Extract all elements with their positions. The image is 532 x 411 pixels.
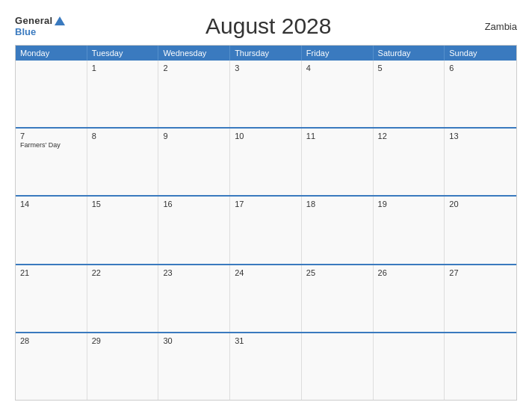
day-header-monday: Monday <box>16 46 87 61</box>
day-number: 2 <box>163 64 225 72</box>
logo-general-text: General <box>15 15 53 26</box>
day-number: 30 <box>163 336 225 345</box>
day-cell <box>302 333 374 400</box>
week-row-2: 7Farmers' Day8910111213 <box>16 127 516 195</box>
day-header-saturday: Saturday <box>374 46 445 61</box>
day-number: 3 <box>235 64 297 72</box>
day-number: 9 <box>163 132 225 140</box>
day-cell: 16 <box>158 197 230 263</box>
day-cell: 7Farmers' Day <box>16 129 87 195</box>
day-cell: 4 <box>302 61 374 127</box>
day-cell: 15 <box>87 197 159 263</box>
day-number: 23 <box>163 268 225 277</box>
day-cell: 12 <box>374 129 445 195</box>
day-number: 13 <box>449 132 512 140</box>
country-label: Zambia <box>472 21 517 32</box>
day-cell: 8 <box>87 129 159 195</box>
logo-blue-text: Blue <box>15 26 36 37</box>
day-number: 12 <box>378 132 440 140</box>
day-cell: 14 <box>16 197 87 263</box>
day-number: 29 <box>92 336 154 345</box>
logo: General Blue <box>15 15 65 37</box>
day-cell: 5 <box>374 61 445 127</box>
day-cell: 11 <box>302 129 374 195</box>
logo-triangle-icon <box>55 16 65 25</box>
day-number: 6 <box>449 64 512 72</box>
day-header-thursday: Thursday <box>230 46 302 61</box>
day-cell: 17 <box>230 197 302 263</box>
day-number: 17 <box>235 200 297 208</box>
day-number: 14 <box>20 200 82 208</box>
calendar-page: General Blue August 2028 Zambia MondayTu… <box>0 0 532 411</box>
day-cell <box>16 61 87 127</box>
day-header-sunday: Sunday <box>445 46 516 61</box>
day-cell <box>374 333 445 400</box>
day-number: 31 <box>235 336 297 345</box>
day-cell: 25 <box>302 265 374 332</box>
day-cell: 19 <box>374 197 445 263</box>
day-cell: 2 <box>158 61 230 127</box>
day-header-friday: Friday <box>302 46 374 61</box>
day-cell: 30 <box>158 333 230 400</box>
day-number: 28 <box>20 336 82 345</box>
day-number: 8 <box>92 132 154 140</box>
day-number: 24 <box>235 268 297 277</box>
day-number: 21 <box>20 268 82 277</box>
day-number: 19 <box>378 200 440 208</box>
day-cell: 20 <box>445 197 516 263</box>
week-row-3: 14151617181920 <box>16 195 516 263</box>
day-cell: 9 <box>158 129 230 195</box>
day-number: 4 <box>306 64 368 72</box>
day-number: 22 <box>92 268 154 277</box>
weeks-container: 1234567Farmers' Day891011121314151617181… <box>16 61 516 400</box>
day-number: 20 <box>449 200 512 208</box>
day-cell: 22 <box>87 265 159 332</box>
day-cell <box>445 333 516 400</box>
day-cell: 28 <box>16 333 87 400</box>
day-cell: 1 <box>87 61 159 127</box>
day-number: 5 <box>378 64 440 72</box>
day-cell: 21 <box>16 265 87 332</box>
day-cell: 23 <box>158 265 230 332</box>
day-cell: 3 <box>230 61 302 127</box>
day-number: 26 <box>378 268 440 277</box>
day-number: 25 <box>306 268 368 277</box>
day-cell: 13 <box>445 129 516 195</box>
day-number: 18 <box>306 200 368 208</box>
day-number: 27 <box>449 268 512 277</box>
calendar-title: August 2028 <box>65 13 472 39</box>
holiday-label: Farmers' Day <box>20 141 82 149</box>
calendar-grid: MondayTuesdayWednesdayThursdayFridaySatu… <box>15 45 517 401</box>
day-number: 10 <box>235 132 297 140</box>
week-row-5: 28293031 <box>16 332 516 400</box>
day-number: 16 <box>163 200 225 208</box>
day-cell: 29 <box>87 333 159 400</box>
day-number: 15 <box>92 200 154 208</box>
day-cell: 26 <box>374 265 445 332</box>
day-cell: 24 <box>230 265 302 332</box>
week-row-1: 123456 <box>16 61 516 127</box>
day-number: 1 <box>92 64 154 72</box>
week-row-4: 21222324252627 <box>16 264 516 332</box>
day-cell: 27 <box>445 265 516 332</box>
day-number: 7 <box>20 132 82 140</box>
day-number: 11 <box>306 132 368 140</box>
day-cell: 6 <box>445 61 516 127</box>
day-header-tuesday: Tuesday <box>87 46 159 61</box>
day-header-wednesday: Wednesday <box>158 46 230 61</box>
day-cell: 18 <box>302 197 374 263</box>
day-cell: 10 <box>230 129 302 195</box>
header: General Blue August 2028 Zambia <box>15 13 517 39</box>
day-headers-row: MondayTuesdayWednesdayThursdayFridaySatu… <box>16 46 516 61</box>
day-cell: 31 <box>230 333 302 400</box>
